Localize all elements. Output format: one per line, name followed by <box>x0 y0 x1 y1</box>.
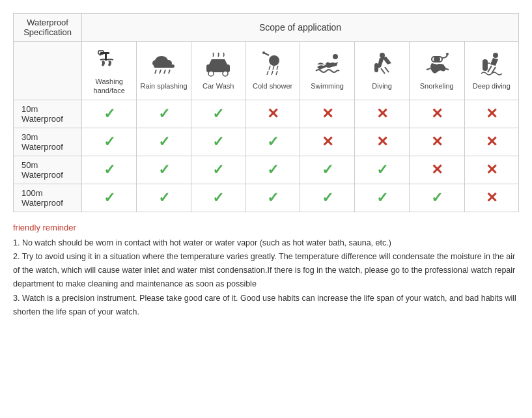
cross-icon: ✕ <box>322 105 333 122</box>
svg-point-29 <box>493 53 498 58</box>
cross-icon: ✕ <box>376 105 388 122</box>
check-icon: ✓ <box>212 161 224 178</box>
cell-0-1: ✓ <box>137 100 191 128</box>
check-icon: ✓ <box>158 133 170 150</box>
check-icon: ✓ <box>431 189 443 206</box>
check-icon: ✓ <box>104 133 115 150</box>
cross-icon: ✕ <box>376 133 388 150</box>
icon-1 <box>150 50 178 79</box>
check-icon: ✓ <box>376 161 388 178</box>
check-icon: ✓ <box>104 161 115 178</box>
icon-3 <box>259 50 287 79</box>
cross-icon: ✕ <box>486 105 497 122</box>
row-label-3: 100m Waterproof <box>14 184 82 212</box>
table-row: 30m Waterproof✓✓✓✓✕✕✕✕ <box>14 128 519 156</box>
svg-line-8 <box>160 70 161 74</box>
cell-2-4: ✓ <box>300 156 355 184</box>
check-icon: ✓ <box>322 161 333 178</box>
cell-1-7: ✕ <box>464 128 518 156</box>
table-row: 10m Waterproof✓✓✓✕✕✕✕✕ <box>14 100 519 128</box>
icon-cell-2: Car Wash <box>191 42 245 100</box>
cell-3-2: ✓ <box>191 184 245 212</box>
table-row: 50m Waterproof✓✓✓✓✓✓✕✕ <box>14 156 519 184</box>
svg-point-16 <box>262 51 265 54</box>
cross-icon: ✕ <box>322 133 333 150</box>
cell-1-3: ✓ <box>245 128 300 156</box>
check-icon: ✓ <box>376 189 388 206</box>
cross-icon: ✕ <box>431 161 443 178</box>
cell-0-2: ✓ <box>191 100 245 128</box>
icon-label-1: Rain splashing <box>139 81 188 91</box>
svg-line-18 <box>273 66 274 70</box>
svg-point-14 <box>269 55 279 66</box>
row-label-0: 10m Waterproof <box>14 100 82 128</box>
icon-row: Washing hand/face Rain splashing Car Was… <box>14 42 519 100</box>
icon-cell-4: Swimming <box>300 42 355 100</box>
icon-4 <box>313 50 342 79</box>
check-icon: ✓ <box>158 189 170 206</box>
svg-line-7 <box>155 70 156 74</box>
svg-point-12 <box>208 71 214 76</box>
cell-3-6: ✓ <box>409 184 464 212</box>
icon-cell-5: Diving <box>355 42 409 100</box>
reminder-point-0: 1. No watch should be worn in contact wi… <box>13 236 519 250</box>
check-icon: ✓ <box>267 189 279 206</box>
icon-cell-6: Snorkeling <box>409 42 464 100</box>
icon-label-7: Deep diving <box>468 81 516 91</box>
check-icon: ✓ <box>212 133 224 150</box>
cell-3-4: ✓ <box>300 184 355 212</box>
svg-line-22 <box>276 71 277 75</box>
cell-3-7: ✕ <box>464 184 518 212</box>
cross-icon: ✕ <box>267 105 279 122</box>
cell-1-0: ✓ <box>82 128 137 156</box>
icon-cell-0: Washing hand/face <box>82 42 137 100</box>
row-label-1: 30m Waterproof <box>14 128 82 156</box>
cell-1-5: ✕ <box>355 128 409 156</box>
reminder-point-1: 2. Try to avoid using it in a situation … <box>13 250 519 292</box>
icon-label-6: Snorkeling <box>412 81 462 91</box>
icon-cell-1: Rain splashing <box>137 42 191 100</box>
icon-label-5: Diving <box>357 81 406 91</box>
cell-1-2: ✓ <box>191 128 245 156</box>
cross-icon: ✕ <box>431 105 443 122</box>
cross-icon: ✕ <box>486 133 497 150</box>
cell-2-2: ✓ <box>191 156 245 184</box>
cell-2-1: ✓ <box>137 156 191 184</box>
icon-label-3: Cold shower <box>248 81 296 91</box>
cell-0-3: ✕ <box>245 100 300 128</box>
cell-2-7: ✕ <box>464 156 518 184</box>
svg-point-28 <box>446 53 449 55</box>
svg-line-21 <box>272 71 273 75</box>
reminder-point-2: 3. Watch is a precision instrument. Plea… <box>13 292 519 320</box>
cell-2-3: ✓ <box>245 156 300 184</box>
cell-2-5: ✓ <box>355 156 409 184</box>
cell-0-5: ✕ <box>355 100 409 128</box>
cell-0-4: ✕ <box>300 100 355 128</box>
cell-0-7: ✕ <box>464 100 518 128</box>
icon-2 <box>204 50 232 79</box>
reminder-points: 1. No watch should be worn in contact wi… <box>13 236 519 320</box>
check-icon: ✓ <box>212 189 224 206</box>
check-icon: ✓ <box>267 133 279 150</box>
icon-5 <box>368 50 397 79</box>
icon-7 <box>477 50 506 79</box>
reminder-section: friendly reminder 1. No watch should be … <box>13 223 519 320</box>
svg-line-20 <box>267 71 268 75</box>
cell-1-1: ✓ <box>137 128 191 156</box>
check-icon: ✓ <box>158 161 170 178</box>
reminder-title: friendly reminder <box>13 223 519 232</box>
cell-1-4: ✕ <box>300 128 355 156</box>
cross-icon: ✕ <box>431 133 443 150</box>
icon-label-4: Swimming <box>303 81 352 91</box>
check-icon: ✓ <box>267 161 279 178</box>
scope-header: Scope of application <box>82 14 519 42</box>
svg-rect-25 <box>374 63 378 72</box>
check-icon: ✓ <box>322 189 333 206</box>
icon-cell-3: Cold shower <box>245 42 300 100</box>
cell-2-6: ✕ <box>409 156 464 184</box>
icon-cell-7: Deep diving <box>464 42 518 100</box>
row-label-2: 50m Waterproof <box>14 156 82 184</box>
check-icon: ✓ <box>212 105 224 122</box>
svg-line-10 <box>169 70 170 74</box>
cell-0-6: ✕ <box>409 100 464 128</box>
